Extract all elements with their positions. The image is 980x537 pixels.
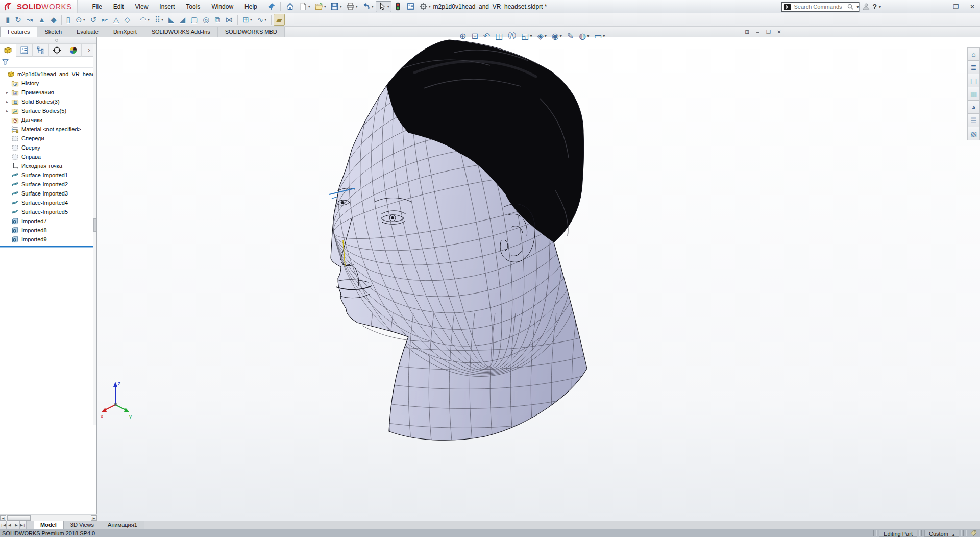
- tree-item-сверху[interactable]: Сверху: [0, 143, 96, 152]
- menu-window[interactable]: Window: [206, 1, 239, 12]
- scrollbar-thumb[interactable]: [93, 218, 96, 232]
- tree-item-surface-bodies-5-[interactable]: ▸Surface Bodies(5): [0, 106, 96, 115]
- view-orientation-dropdown-caret[interactable]: ▾: [530, 34, 532, 38]
- linear-pattern-button[interactable]: ⠿▾: [152, 14, 166, 26]
- shell-button[interactable]: ▢: [188, 14, 200, 26]
- hide-show-items-button[interactable]: ◉▾: [549, 29, 565, 42]
- wrap-button[interactable]: ◎: [200, 14, 212, 26]
- tag-icon[interactable]: [968, 530, 978, 537]
- print-dropdown-caret[interactable]: ▾: [356, 4, 358, 9]
- revolved-boss-button[interactable]: ↻: [12, 14, 24, 26]
- fillet-dropdown-caret[interactable]: ▾: [148, 17, 150, 22]
- tree-item-surface-imported2[interactable]: Surface-Imported2: [0, 180, 96, 189]
- previous-view-button[interactable]: ↶: [481, 29, 493, 42]
- fillet-button[interactable]: ◠▾: [137, 14, 152, 26]
- menu-insert[interactable]: Insert: [154, 1, 180, 12]
- hide-show-items-dropdown-caret[interactable]: ▾: [560, 34, 562, 38]
- rollback-bar[interactable]: [0, 246, 96, 247]
- units-selector[interactable]: Custom ▴: [924, 530, 959, 537]
- tree-item-справа[interactable]: Справа: [0, 152, 96, 161]
- intersect-button[interactable]: ⧉: [212, 14, 223, 26]
- extruded-boss-button[interactable]: ▮: [3, 14, 12, 26]
- close-window[interactable]: ✕: [966, 2, 979, 12]
- menu-edit[interactable]: Edit: [108, 1, 130, 12]
- minimize-doc[interactable]: –: [752, 28, 763, 36]
- tab-evaluate[interactable]: Evaluate: [69, 27, 106, 37]
- view-palette-button[interactable]: ▦: [967, 87, 980, 101]
- close-doc[interactable]: ✕: [774, 28, 785, 36]
- lofted-cut-button[interactable]: △: [111, 14, 122, 26]
- draft-button[interactable]: ◢: [177, 14, 188, 26]
- solidworks-resources-button[interactable]: ⌂: [967, 47, 980, 61]
- featuremanager-tab[interactable]: [0, 44, 16, 57]
- swept-cut-button[interactable]: ↜: [99, 14, 111, 26]
- expand-arrow-icon[interactable]: ▸: [6, 109, 11, 113]
- search-dropdown-caret[interactable]: ▾: [856, 5, 859, 9]
- print-button[interactable]: ▾: [344, 1, 360, 12]
- doc-tab-анимация1[interactable]: Анимация1: [101, 521, 144, 529]
- menu-help[interactable]: Help: [239, 1, 263, 12]
- lofted-boss-button[interactable]: ▲: [35, 14, 48, 26]
- solidworks-forum-button[interactable]: ▧: [967, 127, 980, 140]
- help-dropdown-caret[interactable]: ▾: [879, 5, 881, 9]
- tree-item-history[interactable]: History: [0, 79, 96, 88]
- settings-gear-dropdown-caret[interactable]: ▾: [429, 4, 431, 9]
- tree-item-imported8[interactable]: Imported8: [0, 226, 96, 235]
- menu-file[interactable]: File: [87, 1, 108, 12]
- reference-geometry-button[interactable]: ⊞▾: [240, 14, 255, 26]
- tab-dimxpert[interactable]: DimXpert: [106, 27, 144, 37]
- zoom-to-fit-button[interactable]: ⊕: [457, 29, 469, 42]
- restore-doc[interactable]: ❐: [763, 28, 774, 36]
- boundary-cut-button[interactable]: ◇: [121, 14, 133, 26]
- panel-vertical-scrollbar[interactable]: [93, 44, 96, 425]
- boundary-boss-button[interactable]: ◆: [48, 14, 59, 26]
- search-icon[interactable]: [845, 2, 855, 12]
- tree-item-material-not-specified-[interactable]: Material <not specified>: [0, 125, 96, 134]
- expand-arrow-icon[interactable]: ▸: [6, 90, 11, 95]
- rebuild-traffic-light-button[interactable]: [391, 1, 404, 12]
- search-input[interactable]: [792, 4, 845, 10]
- home-button[interactable]: [284, 1, 297, 12]
- tree-item-спереди[interactable]: Спереди: [0, 134, 96, 143]
- edit-appearance-button[interactable]: ✎: [565, 29, 576, 42]
- filter-funnel-icon[interactable]: [2, 58, 9, 66]
- file-explorer-button[interactable]: ▤: [967, 74, 980, 87]
- zoom-to-area-button[interactable]: ⊡: [469, 29, 480, 42]
- revolved-cut-button[interactable]: ↺: [88, 14, 100, 26]
- view-orientation-button[interactable]: ◱▾: [519, 29, 534, 42]
- tree-item-imported9[interactable]: Imported9: [0, 235, 96, 244]
- scroll-right-button[interactable]: ▶: [91, 515, 97, 521]
- apply-scene-button[interactable]: ◍▾: [576, 29, 592, 42]
- annotation-views-button[interactable]: Ⓐ: [505, 29, 519, 42]
- curves-dropdown-caret[interactable]: ▾: [264, 17, 266, 22]
- tab-sketch[interactable]: Sketch: [37, 27, 69, 37]
- menu-view[interactable]: View: [130, 1, 154, 12]
- rib-button[interactable]: ◣: [166, 14, 177, 26]
- undo-dropdown-caret[interactable]: ▾: [372, 4, 374, 9]
- graphics-area[interactable]: z x y ⌂≣▤▦◕☰▧: [97, 37, 980, 521]
- tree-item-surface-imported1[interactable]: Surface-Imported1: [0, 170, 96, 180]
- tab-features[interactable]: Features: [0, 27, 37, 37]
- menu-tools[interactable]: Tools: [180, 1, 206, 12]
- tree-item-surface-imported3[interactable]: Surface-Imported3: [0, 189, 96, 198]
- linear-pattern-dropdown-caret[interactable]: ▾: [161, 17, 163, 22]
- select-cursor-dropdown-caret[interactable]: ▾: [387, 4, 389, 9]
- section-view-button[interactable]: ◫: [493, 29, 505, 42]
- curves-button[interactable]: ∿▾: [255, 14, 270, 26]
- tree-item-solid-bodies-3-[interactable]: ▸Solid Bodies(3): [0, 97, 96, 106]
- view-settings-button[interactable]: ▭▾: [592, 29, 607, 42]
- minimize-window[interactable]: –: [933, 2, 946, 12]
- display-style-dropdown-caret[interactable]: ▾: [545, 34, 547, 38]
- next-tab-button[interactable]: ▶: [13, 521, 20, 529]
- new-document-button[interactable]: ▾: [297, 1, 312, 12]
- tab-solidworks-mbd[interactable]: SOLIDWORKS MBD: [218, 27, 285, 37]
- 3d-viewport[interactable]: [97, 37, 980, 521]
- scroll-left-button[interactable]: ◀: [0, 515, 6, 521]
- panel-collapse-grip[interactable]: [0, 37, 96, 44]
- tree-item-датчики[interactable]: Датчики: [0, 115, 96, 125]
- tree-filter-input[interactable]: [11, 58, 94, 66]
- tab-solidworks-add-ins[interactable]: SOLIDWORKS Add-Ins: [144, 27, 218, 37]
- tree-item-surface-imported4[interactable]: Surface-Imported4: [0, 198, 96, 207]
- design-library-button[interactable]: ≣: [967, 61, 980, 74]
- first-tab-button[interactable]: ❘◀: [0, 521, 7, 529]
